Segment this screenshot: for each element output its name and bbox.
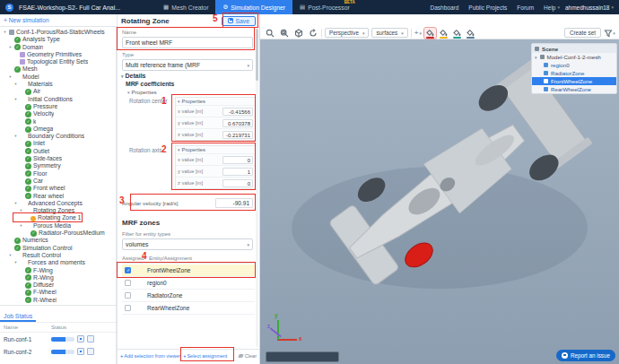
properties-header[interactable]: ▾Properties xyxy=(176,146,255,153)
render-mode-select[interactable]: surfaces▾ xyxy=(371,28,407,38)
tree-item[interactable]: R-Wing xyxy=(0,274,116,282)
viewer-filter-input[interactable] xyxy=(269,354,336,360)
user-menu[interactable]: ahmedhussain18 ▾ xyxy=(565,4,614,11)
tree-item[interactable]: Geometry Primitives xyxy=(0,51,116,58)
viewer-canvas[interactable]: Scene ▾ Model-Conf-1-2-mesh region0 Radi… xyxy=(260,39,619,364)
scene-tree-item[interactable]: region0 xyxy=(532,61,616,69)
assignment-row[interactable]: FrontWheelZone xyxy=(122,264,255,277)
tree-item[interactable]: Air xyxy=(0,88,116,95)
add-view-icon[interactable]: +▾ xyxy=(414,29,422,37)
tree-item[interactable]: ▾ Boundary Conditions xyxy=(0,133,116,140)
workbench-tab[interactable]: Simulation Designer xyxy=(215,0,292,14)
tree-item[interactable]: Rear wheel xyxy=(0,193,116,200)
property-value-input[interactable]: 0 xyxy=(222,179,253,187)
tree-item[interactable]: Pressure xyxy=(0,103,116,110)
assignment-checkbox[interactable] xyxy=(125,292,131,299)
tree-item[interactable]: Car xyxy=(0,178,116,185)
tree-item[interactable]: Velocity xyxy=(0,110,116,117)
tree-item[interactable]: ▾ Rotating Zones xyxy=(0,207,116,214)
tree-item[interactable]: Omega xyxy=(0,126,116,133)
tree-item[interactable]: Symmetry xyxy=(0,162,116,169)
tree-item[interactable]: Simulation Control xyxy=(0,245,116,252)
job-row[interactable]: Run-conf-1 xyxy=(0,333,116,345)
tree-item[interactable]: ▾ Model xyxy=(0,74,116,81)
job-delete-icon[interactable] xyxy=(87,335,94,342)
job-action-icon[interactable] xyxy=(77,335,84,342)
tree-item[interactable]: Rotating Zone 1 xyxy=(0,214,116,221)
name-field[interactable]: Front wheel MRF xyxy=(122,37,253,48)
tree-item[interactable]: F-Wing xyxy=(0,267,116,274)
property-value-input[interactable]: 0.670378 xyxy=(222,119,253,127)
tree-item[interactable]: R-Wheel xyxy=(0,297,116,304)
properties-header[interactable]: ▾Properties xyxy=(127,89,157,95)
tree-item[interactable]: ▾ Porous Media xyxy=(0,222,116,230)
job-action-icon[interactable] xyxy=(77,348,84,355)
assignment-row[interactable]: region0 xyxy=(122,277,255,290)
tree-item[interactable]: ▾ Forces and moments xyxy=(0,259,116,266)
new-simulation-button[interactable]: + New simulation xyxy=(4,17,49,23)
details-section-header[interactable]: ▾Details xyxy=(121,73,145,79)
report-issue-button[interactable]: Report an issue xyxy=(556,350,615,361)
tree-item[interactable]: Side-faces xyxy=(0,155,116,162)
tree-item[interactable]: Outlet xyxy=(0,148,116,155)
scene-tree-item[interactable]: RearWheelZone xyxy=(532,85,616,93)
workbench-tab[interactable]: Mesh Creator xyxy=(156,0,215,14)
tree-item[interactable]: F-Wheel xyxy=(0,289,116,296)
assignment-checkbox[interactable] xyxy=(125,280,131,286)
tree-item[interactable]: ▾ Initial Conditions xyxy=(0,96,116,103)
tree-item[interactable]: ▾ Domain xyxy=(0,44,116,51)
tree-item[interactable]: Diffuser xyxy=(0,282,116,289)
projection-select[interactable]: Perspective▾ xyxy=(325,28,369,38)
scene-tree-item[interactable]: FrontWheelZone xyxy=(532,77,616,85)
assignment-checkbox[interactable] xyxy=(125,267,131,273)
type-select[interactable]: Multi reference frame (MRF▾ xyxy=(122,59,253,71)
tree-item[interactable]: Front wheel xyxy=(0,185,116,192)
tree-item[interactable]: Radiator-PorousMedium xyxy=(0,230,116,237)
tree-item[interactable]: k xyxy=(0,118,116,126)
isometric-view-icon[interactable] xyxy=(292,28,304,39)
tree-item[interactable]: ▾ Conf-1-PorousRad-StaticWheels xyxy=(0,29,116,36)
paint-bucket-icon[interactable] xyxy=(438,28,449,39)
tree-item[interactable]: Analysis Type xyxy=(0,36,116,43)
top-nav-link[interactable]: Forum xyxy=(517,4,536,11)
tree-item[interactable]: ▾ Advanced Concepts xyxy=(0,200,116,207)
top-nav-link[interactable]: Dashboard xyxy=(430,4,460,11)
properties-header[interactable]: ▾Properties xyxy=(176,98,255,105)
property-value-input[interactable]: -0.219731 xyxy=(222,131,253,139)
entity-filter-select[interactable]: volumes▾ xyxy=(122,238,253,250)
tree-item[interactable]: Numerics xyxy=(0,237,116,244)
top-nav-link[interactable]: Help▾ xyxy=(544,4,560,11)
create-set-button[interactable]: Create set xyxy=(564,28,601,38)
paint-bucket-icon[interactable] xyxy=(465,28,476,39)
reset-view-icon[interactable] xyxy=(307,28,318,39)
angular-velocity-input[interactable]: -90.91 xyxy=(215,198,253,208)
filter-icon[interactable]: ▾ xyxy=(604,28,615,39)
tree-item[interactable]: Mesh xyxy=(0,65,116,73)
job-row[interactable]: Run-conf-2 xyxy=(0,345,116,358)
tree-item[interactable]: ▾ Result Control xyxy=(0,252,116,259)
tree-item[interactable]: Floor xyxy=(0,170,116,178)
assignment-checkbox[interactable] xyxy=(125,305,131,311)
property-value-input[interactable]: 0 xyxy=(222,156,253,164)
tree-item[interactable]: ▾ Materials xyxy=(0,81,116,88)
top-nav-link[interactable]: Public Projects xyxy=(468,4,509,11)
assignment-row[interactable]: RearWheelZone xyxy=(122,302,255,315)
zoom-window-icon[interactable] xyxy=(278,28,290,39)
assignment-row[interactable]: RadiatorZone xyxy=(122,290,255,302)
paint-bucket-icon[interactable] xyxy=(451,28,463,39)
paint-bucket-icon[interactable] xyxy=(424,28,436,39)
scene-tree-root[interactable]: Scene xyxy=(532,44,616,53)
add-selection-from-viewer-button[interactable]: + Add selection from viewer xyxy=(120,353,180,359)
tree-item[interactable]: Topological Entity Sets xyxy=(0,58,116,65)
tree-item[interactable]: Inlet xyxy=(0,140,116,147)
simscale-logo-icon[interactable]: S xyxy=(5,4,13,12)
property-value-input[interactable]: 1 xyxy=(222,168,253,176)
select-assignment-button[interactable]: + Select assignment xyxy=(183,353,227,359)
property-value-input[interactable]: -0.41566 xyxy=(222,108,253,116)
fit-view-icon[interactable] xyxy=(264,28,275,39)
workbench-tab[interactable]: Post-Processor BETA xyxy=(292,0,357,14)
panel-scrollbar[interactable] xyxy=(256,29,258,347)
save-button[interactable]: Save xyxy=(222,16,257,26)
scene-tree-model[interactable]: ▾ Model-Conf-1-2-mesh xyxy=(532,53,616,61)
job-delete-icon[interactable] xyxy=(87,348,94,355)
